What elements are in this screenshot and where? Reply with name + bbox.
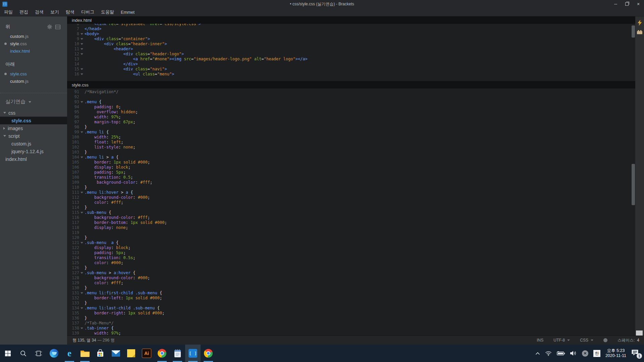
tree-item-images[interactable]: images: [0, 124, 67, 132]
editor-pane-bottom[interactable]: 91/*Navigation*/9293.menu {94 padding: 0…: [67, 88, 635, 336]
fold-arrow-icon[interactable]: [80, 242, 83, 244]
code-line[interactable]: 138.tab-inner {: [67, 326, 635, 331]
encoding-selector[interactable]: UTF-8: [553, 338, 570, 343]
code-line[interactable]: 93.menu {: [67, 100, 635, 105]
workingset-file-custom.js[interactable]: custom.js: [0, 77, 67, 85]
fold-arrow-icon[interactable]: [80, 327, 83, 329]
code-line[interactable]: 91/*Navigation*/: [67, 89, 635, 95]
wifi-icon[interactable]: [545, 351, 552, 356]
menu-item-8[interactable]: Emmet: [117, 9, 138, 16]
tree-item-jquery-1.12.4.js[interactable]: jquery-1.12.4.js: [0, 147, 67, 155]
taskbar-search-button[interactable]: [15, 345, 31, 362]
fold-arrow-icon[interactable]: [80, 48, 83, 50]
code-line[interactable]: 107 padding: 5px;: [67, 170, 635, 175]
fold-arrow-icon[interactable]: [80, 101, 83, 103]
gear-icon[interactable]: [47, 24, 52, 29]
code-line[interactable]: 123 padding: 5px;: [67, 250, 635, 255]
taskbar-notepad-button[interactable]: [170, 345, 185, 362]
fold-arrow-icon[interactable]: [80, 192, 83, 193]
editor-pane-top[interactable]: 6 <link rel="stylesheet" href="css/style…: [67, 24, 635, 81]
tree-item-script[interactable]: script: [0, 132, 67, 140]
folder-closed-arrow-icon[interactable]: [3, 127, 5, 130]
workingset-file-style.css[interactable]: style.css: [0, 40, 67, 47]
menu-item-7[interactable]: 도움말: [98, 8, 117, 16]
code-line[interactable]: 16 <ul class="menu">: [67, 72, 635, 77]
menu-item-1[interactable]: 파일: [1, 8, 16, 16]
code-line[interactable]: 132 border-left: 1px solid #000;: [67, 296, 635, 301]
indent-setting[interactable]: 스페이스:4: [618, 338, 639, 343]
code-line[interactable]: 120}: [67, 235, 635, 240]
code-line[interactable]: 111.menu li:hover > a {: [67, 190, 635, 195]
volume-icon[interactable]: [570, 351, 577, 356]
fold-arrow-icon[interactable]: [80, 157, 83, 158]
workingset-file-index.html[interactable]: index.html: [0, 47, 67, 55]
code-line[interactable]: 127.sub-menu > a:hover {: [67, 270, 635, 276]
taskbar-explorer-button[interactable]: [77, 345, 93, 362]
code-line[interactable]: 101 float: left;: [67, 140, 635, 145]
workingset-file-style.css[interactable]: style.css: [0, 70, 67, 77]
code-line[interactable]: 112 background-color: #000;: [67, 195, 635, 200]
code-line[interactable]: 122 display: block;: [67, 245, 635, 250]
folder-open-arrow-icon[interactable]: [3, 112, 6, 114]
code-line[interactable]: 126}: [67, 265, 635, 270]
split-view-icon[interactable]: [55, 25, 60, 29]
code-line[interactable]: 113 color: #fff;: [67, 200, 635, 205]
taskbar-chrome-button[interactable]: [154, 345, 170, 362]
code-line[interactable]: 129 color: #fff;: [67, 281, 635, 286]
code-line[interactable]: 114}: [67, 205, 635, 210]
code-line[interactable]: 12 <div class="header-logo">: [67, 52, 635, 57]
scrollbar-thumb-bottom[interactable]: [632, 164, 635, 205]
code-line[interactable]: 94 padding: 0;: [67, 105, 635, 110]
fold-arrow-icon[interactable]: [80, 68, 83, 70]
code-line[interactable]: 118 display: none;: [67, 225, 635, 230]
code-line[interactable]: 8<body>: [67, 32, 635, 37]
code-line[interactable]: 13 <a href="#none"><img src="images/head…: [67, 57, 635, 62]
project-dropdown[interactable]: 실기연습: [0, 93, 67, 109]
code-line[interactable]: 106 display: block;: [67, 165, 635, 170]
folder-open-arrow-icon[interactable]: [3, 135, 6, 137]
code-line[interactable]: 134.menu li:last-child .sub-menu {: [67, 306, 635, 311]
action-center-button[interactable]: 1: [631, 349, 641, 357]
insert-mode-indicator[interactable]: INS: [537, 338, 543, 343]
tree-item-custom.js[interactable]: custom.js: [0, 140, 67, 147]
extension-manager-icon[interactable]: [637, 30, 642, 34]
fold-arrow-icon[interactable]: [80, 212, 83, 214]
taskbar-brackets-button[interactable]: [ ]: [185, 345, 201, 362]
taskbar-illustrator-button[interactable]: Ai: [139, 345, 154, 362]
close-button[interactable]: ✕: [633, 0, 644, 8]
code-line[interactable]: 96 width: 97%;: [67, 115, 635, 120]
menu-item-4[interactable]: 보기: [47, 8, 62, 16]
tree-item-css[interactable]: css: [0, 109, 67, 117]
code-line[interactable]: 105 border: 1px solid #000;: [67, 160, 635, 165]
menu-item-6[interactable]: 디버그: [78, 8, 98, 16]
code-line[interactable]: 100 width: 25%;: [67, 135, 635, 140]
taskbar-taskview-button[interactable]: [31, 345, 46, 362]
code-line[interactable]: 124 transition: 0.5s;: [67, 255, 635, 260]
code-line[interactable]: 136}: [67, 316, 635, 321]
restore-button[interactable]: [621, 0, 633, 8]
code-line[interactable]: 9 <div class="container">: [67, 37, 635, 42]
code-line[interactable]: 99.menu li {: [67, 130, 635, 135]
menu-item-5[interactable]: 탐색: [62, 8, 78, 16]
code-line[interactable]: 137/*Tab-Menu*/: [67, 321, 635, 326]
fold-arrow-icon[interactable]: [80, 53, 83, 55]
menu-item-2[interactable]: 편집: [16, 8, 32, 16]
battery-icon[interactable]: [557, 351, 565, 356]
code-line[interactable]: 104.menu li > a {: [67, 155, 635, 160]
taskbar-store-button[interactable]: [93, 345, 108, 362]
code-line[interactable]: 6 <link rel="stylesheet" href="css/style…: [67, 24, 635, 26]
live-preview-icon[interactable]: [637, 20, 642, 26]
code-line[interactable]: 133}: [67, 301, 635, 306]
fold-arrow-icon[interactable]: [80, 43, 83, 45]
code-line[interactable]: 131.menu li:first-child .sub-menu {: [67, 291, 635, 296]
code-line[interactable]: 95 overflow: hidden;: [67, 110, 635, 115]
fold-arrow-icon[interactable]: [80, 272, 83, 274]
taskbar-chrome2-button[interactable]: [201, 345, 216, 362]
code-line[interactable]: 14 </div>: [67, 62, 635, 67]
code-line[interactable]: 110}: [67, 185, 635, 190]
workingset-file-custom.js[interactable]: custom.js: [0, 33, 67, 40]
code-line[interactable]: 103}: [67, 150, 635, 155]
tree-item-index.html[interactable]: index.html: [0, 155, 67, 163]
code-line[interactable]: 115.sub-menu {: [67, 210, 635, 215]
fold-arrow-icon[interactable]: [80, 38, 83, 40]
